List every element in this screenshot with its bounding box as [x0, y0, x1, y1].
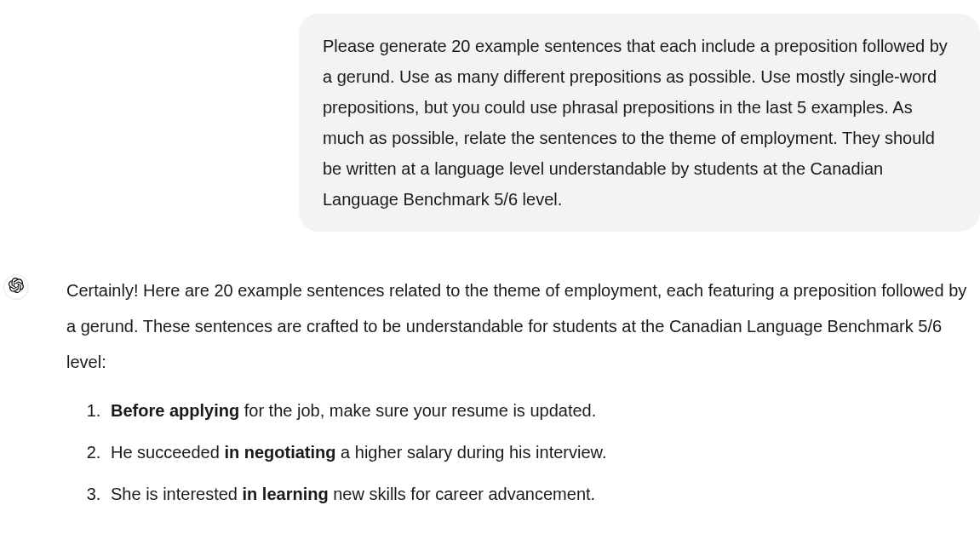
user-message-bubble: Please generate 20 example sentences tha… [299, 14, 980, 232]
bold-phrase: in learning [243, 485, 329, 503]
assistant-avatar [3, 274, 29, 300]
list-item: Before applying for the job, make sure y… [106, 395, 970, 427]
user-message-text: Please generate 20 example sentences tha… [323, 37, 948, 209]
list-item: He succeeded in negotiating a higher sal… [106, 437, 970, 468]
sentence-pre: She is interested [111, 485, 243, 503]
assistant-message-row: Certainly! Here are 20 example sentences… [0, 273, 980, 520]
bold-phrase: in negotiating [224, 443, 335, 462]
sentence-rest: new skills for career advancement. [329, 485, 595, 503]
bold-phrase: Before applying [111, 401, 239, 420]
assistant-intro-text: Certainly! Here are 20 example sentences… [66, 273, 970, 380]
sentence-rest: for the job, make sure your resume is up… [239, 401, 596, 420]
sentence-rest: a higher salary during his interview. [336, 443, 607, 462]
sentence-pre: He succeeded [111, 443, 224, 462]
user-message-row: Please generate 20 example sentences tha… [0, 14, 980, 232]
assistant-message-content: Certainly! Here are 20 example sentences… [66, 273, 980, 520]
chat-container: Please generate 20 example sentences tha… [0, 0, 980, 520]
sentence-list: Before applying for the job, make sure y… [66, 395, 970, 510]
openai-logo-icon [9, 278, 24, 296]
list-item: She is interested in learning new skills… [106, 479, 970, 510]
